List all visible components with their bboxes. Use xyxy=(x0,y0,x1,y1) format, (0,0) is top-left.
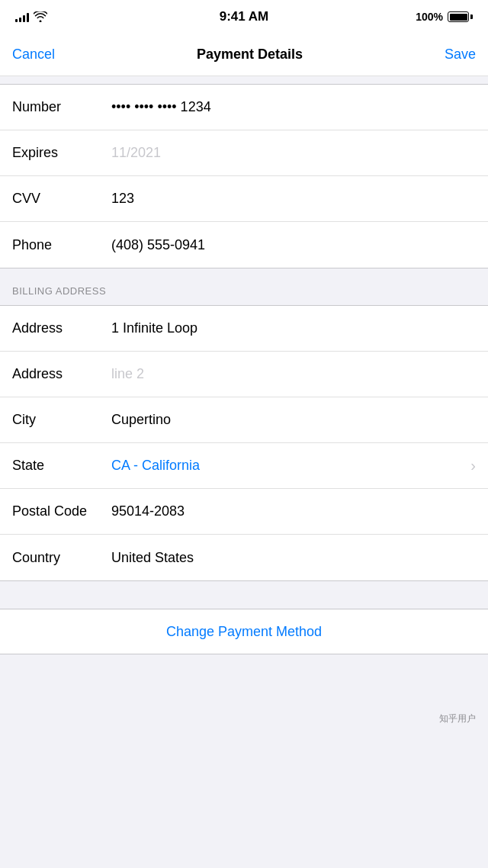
billing-header-label: BILLING ADDRESS xyxy=(12,285,106,297)
postal-code-field-label: Postal Code xyxy=(12,503,111,519)
status-left xyxy=(15,11,47,22)
postal-code-field-value[interactable]: 95014-2083 xyxy=(111,503,476,519)
save-button[interactable]: Save xyxy=(445,47,476,63)
change-payment-section: Change Payment Method xyxy=(0,609,488,654)
navigation-bar: Cancel Payment Details Save xyxy=(0,34,488,76)
city-field-row[interactable]: CityCupertino xyxy=(0,397,488,443)
country-field-value[interactable]: United States xyxy=(111,550,476,566)
status-bar: 9:41 AM 100% xyxy=(0,0,488,34)
address2-field-label: Address xyxy=(12,366,111,382)
cancel-button[interactable]: Cancel xyxy=(12,47,55,63)
city-field-label: City xyxy=(12,412,111,428)
phone-field-row[interactable]: Phone(408) 555-0941 xyxy=(0,222,488,268)
country-field-label: Country xyxy=(12,550,111,566)
footer-gap xyxy=(0,654,488,700)
top-gap xyxy=(0,76,488,84)
number-field-value[interactable]: •••• •••• •••• 1234 xyxy=(111,99,476,115)
address2-field-row[interactable]: Addressline 2 xyxy=(0,352,488,397)
phone-field-value[interactable]: (408) 555-0941 xyxy=(111,237,476,253)
address1-field-value[interactable]: 1 Infinite Loop xyxy=(111,320,476,336)
number-field-row[interactable]: Number•••• •••• •••• 1234 xyxy=(0,85,488,130)
change-payment-button[interactable]: Change Payment Method xyxy=(166,624,322,640)
status-right: 100% xyxy=(416,11,473,23)
expires-field-label: Expires xyxy=(12,145,111,161)
expires-field-row[interactable]: Expires11/2021 xyxy=(0,130,488,176)
billing-section-header: BILLING ADDRESS xyxy=(0,268,488,305)
cvv-field-row[interactable]: CVV123 xyxy=(0,176,488,222)
state-field-value[interactable]: CA - California xyxy=(111,458,464,474)
number-field-label: Number xyxy=(12,99,111,115)
footer-text: 知乎用户 xyxy=(439,712,476,725)
status-time: 9:41 AM xyxy=(220,9,269,24)
wifi-icon xyxy=(34,11,47,22)
country-field-row[interactable]: CountryUnited States xyxy=(0,535,488,580)
phone-field-label: Phone xyxy=(12,237,111,253)
city-field-value[interactable]: Cupertino xyxy=(111,412,476,428)
address1-field-row[interactable]: Address1 Infinite Loop xyxy=(0,306,488,352)
page-title: Payment Details xyxy=(197,47,303,63)
cvv-field-value[interactable]: 123 xyxy=(111,191,476,207)
payment-fields-section: Number•••• •••• •••• 1234Expires11/2021C… xyxy=(0,84,488,268)
battery-percent: 100% xyxy=(416,11,443,23)
cvv-field-label: CVV xyxy=(12,191,111,207)
state-field-row[interactable]: StateCA - California› xyxy=(0,443,488,489)
chevron-icon: › xyxy=(470,457,476,474)
battery-icon xyxy=(448,11,473,22)
address2-field-value[interactable]: line 2 xyxy=(111,366,476,382)
billing-fields-section: Address1 Infinite LoopAddressline 2CityC… xyxy=(0,305,488,581)
signal-icon xyxy=(15,11,29,22)
state-field-label: State xyxy=(12,458,111,474)
expires-field-value[interactable]: 11/2021 xyxy=(111,145,476,161)
bottom-gap xyxy=(0,581,488,609)
postal-code-field-row[interactable]: Postal Code95014-2083 xyxy=(0,489,488,535)
footer: 知乎用户 xyxy=(0,700,488,738)
address1-field-label: Address xyxy=(12,320,111,336)
